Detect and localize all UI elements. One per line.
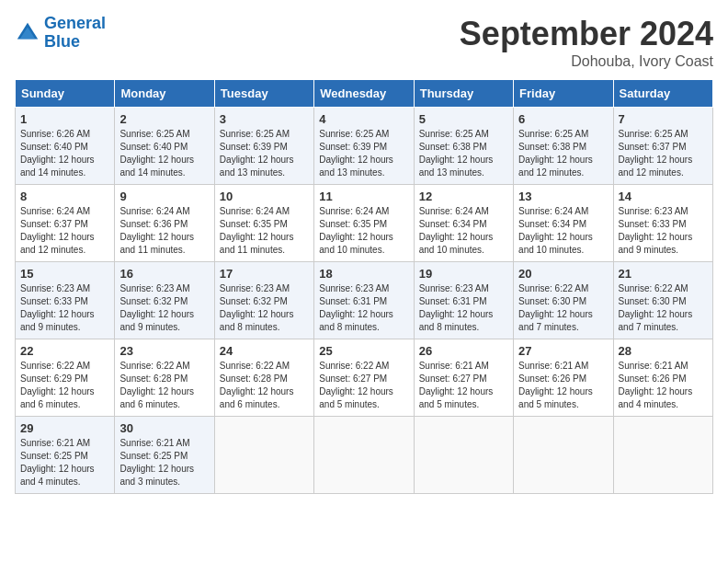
calendar-day-cell: 16 Sunrise: 6:23 AM Sunset: 6:32 PM Dayl… bbox=[115, 262, 214, 339]
day-number: 10 bbox=[220, 190, 309, 203]
day-number: 25 bbox=[319, 344, 408, 358]
weekday-header: Sunday bbox=[16, 80, 115, 108]
sunrise-label: Sunrise: 6:22 AM bbox=[220, 361, 290, 371]
calendar-day-cell: 28 Sunrise: 6:21 AM Sunset: 6:26 PM Dayl… bbox=[613, 339, 712, 417]
calendar-day-cell: 13 Sunrise: 6:24 AM Sunset: 6:34 PM Dayl… bbox=[514, 185, 613, 262]
calendar-week-row: 8 Sunrise: 6:24 AM Sunset: 6:37 PM Dayli… bbox=[16, 185, 713, 262]
daylight-minutes: and 12 minutes. bbox=[518, 167, 584, 178]
day-number: 26 bbox=[419, 344, 508, 358]
daylight-minutes: and 6 minutes. bbox=[220, 399, 280, 409]
calendar-day-cell: 21 Sunrise: 6:22 AM Sunset: 6:30 PM Dayl… bbox=[613, 262, 712, 339]
daylight-label: Daylight: 12 hours bbox=[518, 232, 593, 242]
day-number: 1 bbox=[20, 112, 109, 126]
calendar-day-cell: 25 Sunrise: 6:22 AM Sunset: 6:27 PM Dayl… bbox=[314, 339, 414, 417]
header: General Blue September 2024 Dohouba, Ivo… bbox=[15, 15, 713, 70]
daylight-label: Daylight: 12 hours bbox=[319, 155, 393, 165]
day-number: 8 bbox=[20, 190, 109, 203]
day-info: Sunrise: 6:21 AM Sunset: 6:27 PM Dayligh… bbox=[419, 360, 508, 411]
daylight-label: Daylight: 12 hours bbox=[20, 309, 95, 319]
calendar-day-cell bbox=[214, 417, 313, 494]
daylight-minutes: and 13 minutes. bbox=[220, 167, 285, 178]
daylight-label: Daylight: 12 hours bbox=[119, 155, 194, 165]
logo: General Blue bbox=[15, 15, 106, 52]
calendar-header-row: SundayMondayTuesdayWednesdayThursdayFrid… bbox=[16, 80, 713, 108]
daylight-minutes: and 5 minutes. bbox=[518, 399, 579, 409]
daylight-label: Daylight: 12 hours bbox=[319, 309, 393, 319]
day-info: Sunrise: 6:22 AM Sunset: 6:29 PM Dayligh… bbox=[20, 360, 109, 411]
calendar-week-row: 1 Sunrise: 6:26 AM Sunset: 6:40 PM Dayli… bbox=[16, 108, 713, 185]
daylight-label: Daylight: 12 hours bbox=[119, 232, 194, 242]
sunset-label: Sunset: 6:34 PM bbox=[419, 219, 487, 229]
logo-line1: General bbox=[44, 14, 106, 32]
calendar-day-cell: 23 Sunrise: 6:22 AM Sunset: 6:28 PM Dayl… bbox=[115, 339, 214, 417]
daylight-minutes: and 14 minutes. bbox=[20, 167, 85, 178]
weekday-header: Tuesday bbox=[214, 80, 313, 108]
day-number: 24 bbox=[220, 344, 309, 358]
sunset-label: Sunset: 6:32 PM bbox=[220, 296, 288, 306]
daylight-label: Daylight: 12 hours bbox=[20, 232, 95, 242]
sunrise-label: Sunrise: 6:25 AM bbox=[619, 129, 688, 139]
calendar-day-cell: 5 Sunrise: 6:25 AM Sunset: 6:38 PM Dayli… bbox=[414, 108, 513, 185]
logo-line2: Blue bbox=[44, 32, 80, 51]
day-info: Sunrise: 6:26 AM Sunset: 6:40 PM Dayligh… bbox=[20, 128, 109, 179]
sunset-label: Sunset: 6:40 PM bbox=[20, 142, 88, 152]
day-number: 22 bbox=[20, 344, 109, 358]
sunrise-label: Sunrise: 6:22 AM bbox=[518, 283, 588, 293]
day-number: 27 bbox=[518, 344, 608, 358]
daylight-label: Daylight: 12 hours bbox=[518, 155, 593, 165]
sunrise-label: Sunrise: 6:23 AM bbox=[20, 283, 90, 293]
sunset-label: Sunset: 6:38 PM bbox=[419, 142, 487, 152]
day-info: Sunrise: 6:22 AM Sunset: 6:28 PM Dayligh… bbox=[220, 360, 309, 411]
sunrise-label: Sunrise: 6:22 AM bbox=[20, 361, 90, 371]
weekday-header: Wednesday bbox=[314, 80, 414, 108]
day-info: Sunrise: 6:24 AM Sunset: 6:37 PM Dayligh… bbox=[20, 205, 109, 257]
sunrise-label: Sunrise: 6:24 AM bbox=[20, 206, 90, 216]
day-number: 19 bbox=[419, 267, 508, 281]
sunset-label: Sunset: 6:25 PM bbox=[20, 451, 88, 461]
sunrise-label: Sunrise: 6:22 AM bbox=[119, 361, 189, 371]
sunrise-label: Sunrise: 6:21 AM bbox=[619, 361, 688, 371]
sunset-label: Sunset: 6:36 PM bbox=[119, 219, 188, 229]
day-info: Sunrise: 6:25 AM Sunset: 6:39 PM Dayligh… bbox=[319, 128, 408, 179]
sunrise-label: Sunrise: 6:24 AM bbox=[319, 206, 389, 216]
daylight-minutes: and 7 minutes. bbox=[619, 322, 679, 332]
daylight-minutes: and 12 minutes. bbox=[619, 167, 684, 178]
day-info: Sunrise: 6:22 AM Sunset: 6:30 PM Dayligh… bbox=[619, 282, 708, 334]
daylight-minutes: and 10 minutes. bbox=[518, 245, 584, 255]
daylight-label: Daylight: 12 hours bbox=[619, 155, 693, 165]
sunrise-label: Sunrise: 6:24 AM bbox=[518, 206, 588, 216]
daylight-minutes: and 7 minutes. bbox=[518, 322, 579, 332]
calendar-day-cell: 10 Sunrise: 6:24 AM Sunset: 6:35 PM Dayl… bbox=[214, 185, 313, 262]
day-info: Sunrise: 6:24 AM Sunset: 6:34 PM Dayligh… bbox=[518, 205, 608, 257]
daylight-minutes: and 10 minutes. bbox=[319, 245, 384, 255]
day-number: 12 bbox=[419, 190, 508, 203]
month-title: September 2024 bbox=[460, 15, 713, 53]
calendar-day-cell: 8 Sunrise: 6:24 AM Sunset: 6:37 PM Dayli… bbox=[16, 185, 115, 262]
sunset-label: Sunset: 6:31 PM bbox=[319, 296, 387, 306]
daylight-label: Daylight: 12 hours bbox=[619, 386, 693, 396]
daylight-minutes: and 12 minutes. bbox=[20, 245, 85, 255]
day-info: Sunrise: 6:24 AM Sunset: 6:36 PM Dayligh… bbox=[119, 205, 209, 257]
sunrise-label: Sunrise: 6:24 AM bbox=[119, 206, 189, 216]
day-number: 3 bbox=[220, 112, 309, 126]
sunrise-label: Sunrise: 6:25 AM bbox=[319, 129, 389, 139]
daylight-minutes: and 9 minutes. bbox=[20, 322, 81, 332]
sunrise-label: Sunrise: 6:24 AM bbox=[419, 206, 489, 216]
calendar-day-cell: 4 Sunrise: 6:25 AM Sunset: 6:39 PM Dayli… bbox=[314, 108, 414, 185]
sunrise-label: Sunrise: 6:23 AM bbox=[619, 206, 688, 216]
sunrise-label: Sunrise: 6:23 AM bbox=[319, 283, 389, 293]
day-info: Sunrise: 6:25 AM Sunset: 6:40 PM Dayligh… bbox=[119, 128, 209, 179]
daylight-minutes: and 8 minutes. bbox=[319, 322, 380, 332]
daylight-minutes: and 5 minutes. bbox=[419, 399, 480, 409]
sunset-label: Sunset: 6:28 PM bbox=[119, 373, 188, 384]
day-number: 20 bbox=[518, 267, 608, 281]
day-info: Sunrise: 6:22 AM Sunset: 6:28 PM Dayligh… bbox=[119, 360, 209, 411]
sunset-label: Sunset: 6:30 PM bbox=[518, 296, 586, 306]
calendar-day-cell: 18 Sunrise: 6:23 AM Sunset: 6:31 PM Dayl… bbox=[314, 262, 414, 339]
sunrise-label: Sunrise: 6:22 AM bbox=[619, 283, 688, 293]
day-number: 29 bbox=[20, 421, 109, 435]
sunset-label: Sunset: 6:35 PM bbox=[319, 219, 387, 229]
sunset-label: Sunset: 6:35 PM bbox=[220, 219, 288, 229]
day-info: Sunrise: 6:21 AM Sunset: 6:26 PM Dayligh… bbox=[619, 360, 708, 411]
daylight-label: Daylight: 12 hours bbox=[419, 155, 494, 165]
